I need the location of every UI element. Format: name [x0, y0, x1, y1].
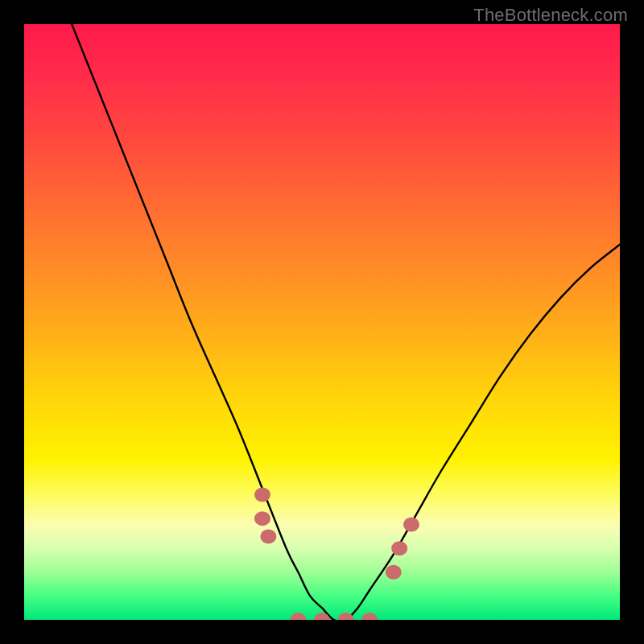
marker-point — [254, 511, 270, 526]
marker-point — [361, 613, 378, 620]
curve-svg — [24, 24, 620, 620]
highlight-markers — [254, 488, 419, 620]
marker-point — [403, 518, 419, 532]
chart-frame: TheBottleneck.com — [0, 0, 644, 644]
bottleneck-curve — [72, 24, 620, 620]
marker-point — [386, 565, 402, 580]
marker-point — [338, 613, 354, 620]
marker-point — [290, 613, 306, 620]
watermark-text: TheBottleneck.com — [473, 5, 628, 26]
marker-point — [391, 541, 407, 555]
marker-point — [254, 488, 270, 502]
marker-point — [260, 529, 276, 543]
plot-area — [24, 24, 620, 620]
